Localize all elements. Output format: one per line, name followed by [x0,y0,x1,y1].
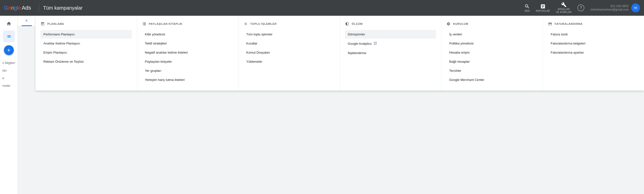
main-content: K PLANLAMA Performans Planlayıcı Anahtar… [18,16,644,194]
sidebar-campaigns[interactable] [3,30,15,42]
olcum-icon [345,22,349,26]
menu-yer[interactable]: Yer grupları [142,66,234,75]
menu-komut[interactable]: Komut Dosyaları [243,48,335,57]
col-kurulum: KURULUM İş verileri Politika yöneticisi … [441,16,543,91]
header-divider [39,4,39,12]
mega-menu: PLANLAMA Performans Planlayıcı Anahtar K… [36,16,644,91]
help-button[interactable]: ? [578,4,584,11]
toplu-icon [243,22,248,26]
sidebar-text-4: meler [0,82,19,90]
section-paylasilan-label: PAYLAŞILAN KİTAPLIK [149,22,183,25]
menu-iliskilendirme[interactable]: İlişkilendirme [345,49,436,57]
menu-tercihler[interactable]: Tercihler [446,66,538,75]
menu-yerlasim[interactable]: Yerleşim hariç tutma listeleri [142,76,234,84]
sidebar-text-items: n bilgileri ları e meler [0,57,19,92]
menu-hesap-erisim[interactable]: Hesaba erişim [446,48,538,57]
sidebar-text-3: e [0,74,19,82]
tools-icon [561,2,566,7]
menu-tum-toplu[interactable]: Tüm toplu işlemler [243,30,335,39]
account-number: 321-100-3652 [590,4,629,8]
search-action[interactable]: ARA [524,4,530,12]
reports-label: RAPORLAR [536,9,550,12]
section-toplu-label: TOPLU İŞLEMLER [250,22,277,25]
menu-fatura-ozet[interactable]: Fatura özeti [548,30,639,39]
external-link-icon [374,42,377,46]
sidebar: + n bilgileri ları e meler [0,16,18,194]
section-fatura-label: FATURALANDIRMA [555,22,583,25]
col-paylasilan: PAYLAŞILAN KİTAPLIK Kitle yöneticisi Tek… [137,16,239,91]
menu-is-verileri[interactable]: İş verileri [446,30,538,39]
search-icon [524,4,530,9]
menu-kitle[interactable]: Kitle yöneticisi [142,30,234,39]
page-title: Tüm kampanyalar [43,5,524,11]
menu-yuklemeler[interactable]: Yüklemeler [243,57,335,66]
reports-icon [540,4,546,9]
col-toplu: TOPLU İŞLEMLER Tüm toplu işlemler Kurall… [238,16,340,91]
menu-teklif[interactable]: Teklif stratejileri [142,39,234,48]
section-toplu-header: TOPLU İŞLEMLER [243,22,335,26]
logo: Google Ads [4,5,31,11]
tools-action[interactable]: ARAÇLARVE AYARLAR [556,2,572,14]
sidebar-text-1: n bilgileri [0,59,19,67]
section-planlama-header: PLANLAMA [40,22,132,26]
layout: + n bilgileri ları e meler K PLANLAMA [0,16,644,194]
menu-paylasilan-butce[interactable]: Paylaşılan bütçeler [142,57,234,66]
menu-erisim[interactable]: Erişim Planlayıcı [40,48,132,57]
col-fatura: FATURALANDIRMA Fatura özeti Faturalandır… [543,16,644,91]
menu-analytics[interactable]: Google Analytics [345,39,436,48]
section-fatura-header: FATURALANDIRMA [548,22,639,26]
google-wordmark: Google [4,5,21,11]
sidebar-home[interactable] [3,18,15,29]
menu-anahtar[interactable]: Anahtar Kelime Planlayıcı [40,39,132,48]
tools-label: ARAÇLARVE AYARLAR [556,8,572,14]
menu-performans[interactable]: Performans Planlayıcı [40,30,132,39]
ads-wordmark: Ads [22,5,31,11]
user-info: 321-100-3652 mertsinanserkan@gmail.com [590,4,629,11]
user-avatar[interactable]: m [631,3,640,12]
section-olcum-label: ÖLÇÜM [352,22,363,25]
create-fab[interactable]: + [4,45,14,55]
menu-reklam[interactable]: Reklam Önizleme ve Teşhisi [40,57,132,66]
sidebar-text-2: ları [0,67,19,74]
user-section: 321-100-3652 mertsinanserkan@gmail.com m [590,3,640,12]
col-olcum: ÖLÇÜM Dönüşümler Google Analytics İlişki… [340,16,442,91]
section-kurulum-label: KURULUM [453,22,468,25]
menu-bagli[interactable]: Bağlı hesaplar [446,57,538,66]
section-paylasilan-header: PAYLAŞILAN KİTAPLIK [142,22,234,26]
section-planlama-label: PLANLAMA [47,22,64,25]
section-kurulum-header: KURULUM [446,22,538,26]
header: Google Ads Tüm kampanyalar ARA RAPORLAR … [0,0,644,16]
menu-donusumler[interactable]: Dönüşümler [345,30,436,39]
reports-action[interactable]: RAPORLAR [536,4,550,12]
header-actions: ARA RAPORLAR ARAÇLARVE AYARLAR ? 321-100… [524,2,640,14]
search-label: ARA [524,9,530,12]
user-email: mertsinanserkan@gmail.com [590,8,629,11]
paylasilan-icon [142,22,146,26]
menu-politika[interactable]: Politika yöneticisi [446,39,538,48]
menu-fatura-ayarlar[interactable]: Faturalandırma ayarları [548,48,639,57]
menu-fatura-belgeler[interactable]: Faturalandırma belgeleri [548,39,639,48]
col-planlama: PLANLAMA Performans Planlayıcı Anahtar K… [36,16,137,91]
menu-merchant[interactable]: Google Merchant Center [446,76,538,84]
tab-kampanyalar[interactable]: K [22,16,32,26]
fatura-icon [548,22,552,26]
kurulum-icon [446,22,451,26]
planlama-icon [40,22,45,26]
section-olcum-header: ÖLÇÜM [345,22,436,26]
menu-kurallar[interactable]: Kurallar [243,39,335,48]
menu-negatif[interactable]: Negatif anahtar kelime listeleri [142,48,234,57]
